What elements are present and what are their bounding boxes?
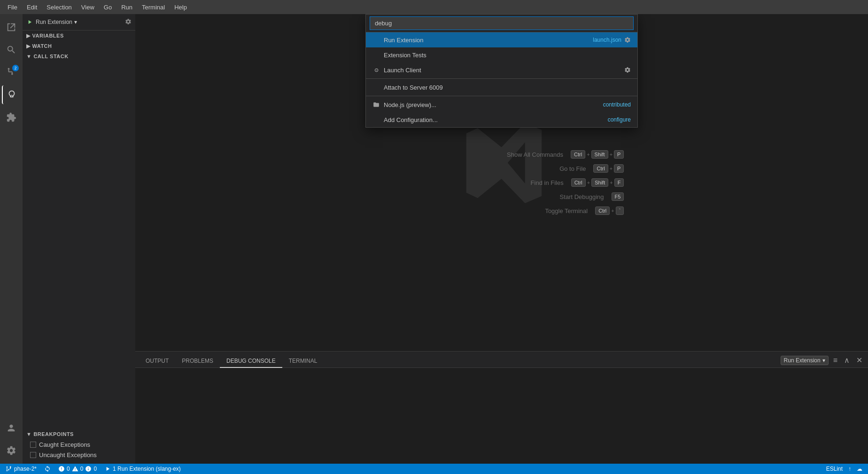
command-palette[interactable]: Run Extension launch.json Extension Test… [365,14,638,128]
menu-help[interactable]: Help [170,2,191,13]
panel-tab-terminal[interactable]: TERMINAL [282,355,324,368]
activity-source-control[interactable]: 2 [2,63,21,82]
activity-settings[interactable] [2,441,21,460]
launch-json-link[interactable]: launch.json [593,37,621,43]
caught-exceptions-item[interactable]: Caught Exceptions [23,439,135,450]
panel-tabs: OUTPUT PROBLEMS DEBUG CONSOLE TERMINAL R… [135,352,868,368]
activity-bar: 2 [0,14,23,464]
menu-file[interactable]: File [4,2,21,13]
panel-dropdown-chevron: ▾ [822,357,825,364]
variables-chevron: ▶ [26,33,31,39]
panel-tab-debug-console[interactable]: DEBUG CONSOLE [220,355,282,368]
sidebar-spacer [23,61,135,425]
activity-search[interactable] [2,40,21,59]
call-stack-header[interactable]: ▼ CALL STACK [23,51,135,61]
panel-tab-output[interactable]: OUTPUT [139,355,175,368]
status-cloud[interactable]: ☁ [855,466,864,472]
uncaught-exceptions-label: Uncaught Exceptions [39,451,97,459]
panel-layout-button[interactable]: ≡ [831,355,839,366]
variables-header[interactable]: ▶ VARIABLES [23,31,135,41]
menu-bar: File Edit Selection View Go Run Terminal… [0,0,868,14]
command-input-wrapper [366,15,637,32]
command-input[interactable] [370,16,634,30]
status-eslint[interactable]: ESLint [824,466,845,472]
branch-icon [6,466,12,472]
debug-toolbar: Run Extension ▾ [23,14,135,31]
command-item-launch-client[interactable]: ⊙ Launch Client [366,62,637,77]
shortcut-find-in-files-keys: Ctrl + Shift + F [571,178,624,187]
command-attach-server-label: Attach to Server 6009 [384,84,627,91]
status-error-count: 0 [67,466,70,472]
shortcut-go-to-file: Go to File Ctrl + P [488,164,624,173]
command-item-run-extension[interactable]: Run Extension launch.json [366,32,637,47]
shortcut-start-debugging-keys: F5 [612,192,624,201]
panel-collapse-button[interactable]: ∧ [842,355,852,366]
play-icon [26,19,33,25]
key-p-2: P [614,164,624,173]
attach-server-icon [372,84,380,91]
run-dropdown-icon: ▾ [74,19,77,25]
launch-client-gear-icon[interactable] [624,67,631,73]
cursor-indicator: ⊙ [374,67,379,73]
command-item-add-config[interactable]: Add Configuration... configure [366,112,637,127]
activity-bottom [2,419,21,460]
command-run-extension-right: launch.json [593,37,631,43]
content-area: Show All Commands Ctrl + Shift + P Go to… [135,14,868,464]
panel-run-label: Run Extension [784,357,821,364]
shortcut-find-in-files: Find in Files Ctrl + Shift + F [488,178,624,187]
command-item-nodejs[interactable]: Node.js (preview)... contributed [366,97,637,112]
command-add-config-right: configure [608,116,631,123]
breakpoints-chevron: ▼ [26,431,31,437]
status-upload[interactable]: ↑ [846,466,853,472]
key-f5: F5 [612,192,624,201]
configure-link[interactable]: configure [608,116,631,123]
variables-label: VARIABLES [32,33,64,38]
run-extension-icon [372,36,380,44]
menu-selection[interactable]: Selection [43,2,75,13]
status-branch[interactable]: phase-2* [4,466,39,472]
key-f: F [614,178,624,187]
menu-run[interactable]: Run [117,2,136,13]
key-ctrl-3: Ctrl [571,178,586,187]
key-ctrl-4: Ctrl [595,206,610,215]
command-item-extension-tests[interactable]: Extension Tests [366,47,637,62]
menu-terminal[interactable]: Terminal [138,2,169,13]
status-branch-name: phase-2* [14,466,37,472]
key-p: P [614,150,624,159]
status-run[interactable]: 1 Run Extension (slang-ex) [102,466,183,472]
source-control-badge: 2 [12,65,19,71]
warning-icon [72,466,78,472]
status-errors[interactable]: 0 0 0 [56,466,99,472]
menu-go[interactable]: Go [100,2,116,13]
contributed-link[interactable]: contributed [603,101,631,108]
activity-account[interactable] [2,419,21,437]
status-sync[interactable] [42,466,53,472]
activity-explorer[interactable] [2,18,21,37]
run-extension-gear-icon[interactable] [624,37,631,43]
debug-config-button[interactable] [125,18,132,26]
panel-tab-problems[interactable]: PROBLEMS [175,355,220,368]
nodejs-folder-icon [372,101,380,108]
shortcut-find-in-files-label: Find in Files [488,179,564,186]
key-ctrl: Ctrl [571,150,585,159]
panel-run-dropdown[interactable]: Run Extension ▾ [781,356,829,365]
run-status-icon [104,466,111,472]
run-extension-button[interactable]: Run Extension ▾ [36,19,77,25]
caught-exceptions-checkbox[interactable] [30,442,36,448]
menu-edit[interactable]: Edit [23,2,41,13]
shortcuts-overlay: Show All Commands Ctrl + Shift + P Go to… [488,150,624,215]
panel-close-button[interactable]: ✕ [854,355,864,366]
menu-view[interactable]: View [78,2,98,13]
command-item-attach-server[interactable]: Attach to Server 6009 [366,80,637,95]
info-icon [85,466,92,472]
breakpoints-header[interactable]: ▼ BREAKPOINTS [23,429,135,439]
shortcut-go-to-file-keys: Ctrl + P [594,164,624,173]
activity-debug[interactable] [2,85,21,104]
uncaught-exceptions-item[interactable]: Uncaught Exceptions [23,450,135,460]
status-eslint-label: ESLint [826,466,843,472]
command-separator-2 [366,96,637,96]
watch-header[interactable]: ▶ WATCH [23,41,135,51]
uncaught-exceptions-checkbox[interactable] [30,452,36,458]
activity-extensions[interactable] [2,108,21,127]
command-extension-tests-label: Extension Tests [384,52,627,59]
